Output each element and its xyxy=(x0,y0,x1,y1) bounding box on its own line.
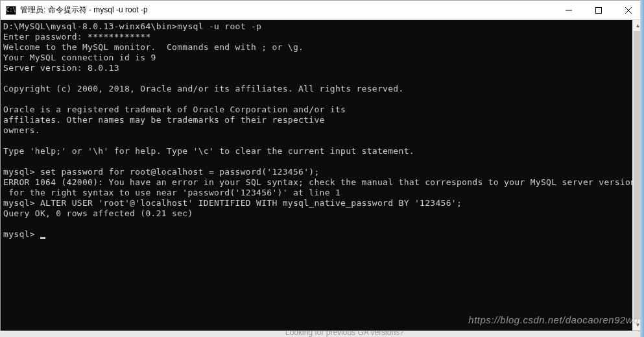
terminal-line: Welcome to the MySQL monitor. Commands e… xyxy=(3,42,304,52)
terminal-area: D:\MySQL\mysql-8.0.13-winx64\bin>mysql -… xyxy=(1,20,643,331)
terminal-line: mysql> ALTER USER 'root'@'localhost' IDE… xyxy=(3,198,462,208)
maximize-button[interactable] xyxy=(584,1,614,19)
terminal-line: D:\MySQL\mysql-8.0.13-winx64\bin>mysql -… xyxy=(3,21,261,31)
terminal-line: Your MySQL connection id is 9 xyxy=(3,53,156,62)
terminal-line: Enter password: ************ xyxy=(3,32,151,42)
terminal-line: Server version: 8.0.13 xyxy=(3,63,119,73)
close-button[interactable] xyxy=(614,1,643,19)
minimize-button[interactable] xyxy=(554,1,584,19)
terminal-line: mysql> set password for root@localhost =… xyxy=(3,167,320,177)
terminal-line: Oracle is a registered trademark of Orac… xyxy=(3,105,346,114)
terminal-line: ERROR 1064 (42000): You have an error in… xyxy=(3,177,632,187)
terminal-line: Type 'help;' or '\h' for help. Type '\c'… xyxy=(3,146,414,156)
window-title: 管理员: 命令提示符 - mysql -u root -p xyxy=(20,5,554,16)
cursor xyxy=(40,237,45,239)
terminal-line: affiliates. Other names may be trademark… xyxy=(3,115,325,125)
svg-rect-1 xyxy=(596,7,602,13)
titlebar[interactable]: C:\ 管理员: 命令提示符 - mysql -u root -p xyxy=(1,1,643,20)
terminal-line: Query OK, 0 rows affected (0.21 sec) xyxy=(3,208,193,218)
terminal-prompt: mysql> xyxy=(3,229,40,239)
window-controls xyxy=(554,1,643,19)
terminal-line: for the right syntax to use near 'passwo… xyxy=(3,188,340,197)
terminal-line: Copyright (c) 2000, 2018, Oracle and/or … xyxy=(3,84,404,94)
terminal-line: owners. xyxy=(3,125,40,135)
cmd-icon: C:\ xyxy=(6,6,16,15)
page-edge-shade xyxy=(640,0,644,337)
terminal-output[interactable]: D:\MySQL\mysql-8.0.13-winx64\bin>mysql -… xyxy=(1,20,632,331)
command-prompt-window: C:\ 管理员: 命令提示符 - mysql -u root -p D:\MyS… xyxy=(0,0,644,331)
